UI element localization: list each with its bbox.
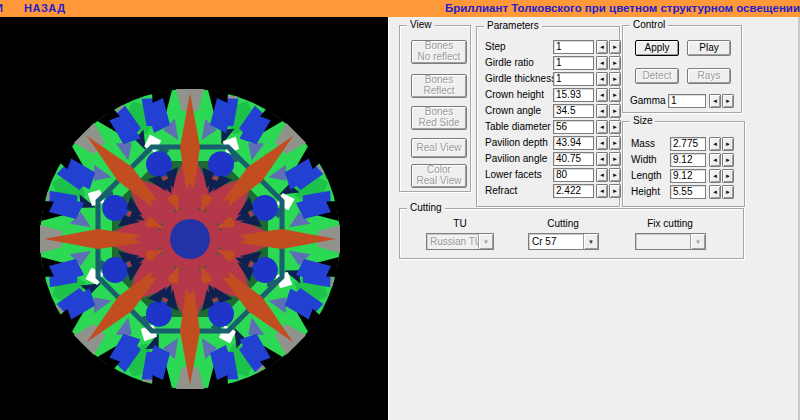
spin-right-button[interactable]: ►	[609, 104, 621, 118]
girdle-ratio-label: Girdle ratio	[485, 56, 534, 70]
diamond-render	[0, 17, 388, 420]
apply-button[interactable]: Apply	[635, 40, 679, 56]
mass-input[interactable]: 2.775	[670, 137, 706, 151]
step-input[interactable]: 1	[553, 40, 594, 54]
control-group: Control Apply Play Detect Rays Gamma 1 ◄…	[622, 25, 742, 113]
spin-left-button[interactable]: ◄	[709, 169, 721, 183]
bones-reflect-button[interactable]: Bones Reflect	[411, 74, 467, 98]
spin-left-button[interactable]: ◄	[709, 94, 721, 108]
diamond-figure	[39, 88, 341, 390]
title-bar: И НАЗАД Бриллиант Толковского при цветно…	[0, 0, 800, 17]
spin-right-button[interactable]: ►	[609, 152, 621, 166]
spin-right-button[interactable]: ►	[722, 169, 734, 183]
spin-right-button[interactable]: ►	[722, 94, 734, 108]
view-group: View Bones No reflect Bones Reflect Bone…	[399, 25, 471, 192]
mass-label: Mass	[631, 137, 655, 151]
gamma-label: Gamma	[630, 94, 666, 108]
control-panel: View Bones No reflect Bones Reflect Bone…	[388, 17, 800, 420]
spin-left-button[interactable]: ◄	[709, 153, 721, 167]
pavilion-angle-input[interactable]: 40.75	[553, 152, 594, 166]
parameters-group-label: Parameters	[484, 20, 542, 32]
girdle-thickness-input[interactable]: 1	[553, 72, 594, 86]
gamma-input[interactable]: 1	[668, 94, 706, 108]
tu-label: TU	[453, 218, 466, 229]
spin-right-button[interactable]: ►	[609, 72, 621, 86]
chevron-down-icon[interactable]: ▼	[583, 234, 598, 249]
length-input[interactable]: 9.12	[670, 169, 706, 183]
spin-left-button[interactable]: ◄	[596, 88, 608, 102]
back-button[interactable]: НАЗАД	[24, 2, 65, 14]
size-group-label: Size	[630, 115, 655, 127]
cutting-group-label: Cutting	[407, 202, 445, 214]
refract-input[interactable]: 2.422	[553, 184, 594, 198]
bones-no-reflect-button[interactable]: Bones No reflect	[411, 40, 467, 64]
fix-cutting-label: Fix cutting	[647, 218, 693, 229]
length-label: Length	[631, 169, 662, 183]
spin-left-button[interactable]: ◄	[596, 40, 608, 54]
spin-left-button[interactable]: ◄	[596, 184, 608, 198]
crown-height-label: Crown height	[485, 88, 544, 102]
spin-left-button[interactable]: ◄	[596, 104, 608, 118]
spin-right-button[interactable]: ►	[609, 40, 621, 54]
pavilion-depth-input[interactable]: 43.94	[553, 136, 594, 150]
lower-facets-input[interactable]: 80	[553, 168, 594, 182]
view-group-label: View	[407, 19, 435, 31]
pavilion-depth-label: Pavilion depth	[485, 136, 548, 150]
bones-red-side-button[interactable]: Bones Red Side	[411, 106, 467, 130]
height-input[interactable]: 5.55	[670, 185, 706, 199]
cutting-select[interactable]: Cr 57 ▼	[528, 233, 599, 250]
spin-right-button[interactable]: ►	[722, 185, 734, 199]
detect-button[interactable]: Detect	[635, 68, 679, 84]
crown-angle-label: Crown angle	[485, 104, 541, 118]
spin-left-button[interactable]: ◄	[596, 56, 608, 70]
control-group-label: Control	[630, 19, 668, 31]
width-input[interactable]: 9.12	[670, 153, 706, 167]
spin-right-button[interactable]: ►	[609, 136, 621, 150]
spin-right-button[interactable]: ►	[609, 184, 621, 198]
render-viewport[interactable]	[0, 17, 388, 420]
application-window: И НАЗАД Бриллиант Толковского при цветно…	[0, 0, 800, 420]
spin-left-button[interactable]: ◄	[596, 72, 608, 86]
parameters-group: Parameters Step 1 ◄ ► Girdle ratio 1 ◄ ►…	[476, 26, 620, 207]
rays-button[interactable]: Rays	[687, 68, 731, 84]
step-label: Step	[485, 40, 506, 54]
spin-left-button[interactable]: ◄	[709, 137, 721, 151]
clipped-label: И	[0, 2, 3, 14]
lower-facets-label: Lower facets	[485, 168, 542, 182]
size-group: Size Mass 2.775 ◄ ► Width 9.12 ◄ ► Lengt…	[622, 121, 745, 207]
window-title: Бриллиант Толковского при цветном структ…	[445, 2, 800, 14]
fix-cutting-select[interactable]: ▼	[635, 233, 706, 250]
chevron-down-icon[interactable]: ▼	[478, 234, 493, 249]
refract-label: Refract	[485, 184, 517, 198]
girdle-ratio-input[interactable]: 1	[553, 56, 594, 70]
spin-left-button[interactable]: ◄	[709, 185, 721, 199]
spin-right-button[interactable]: ►	[722, 153, 734, 167]
spin-right-button[interactable]: ►	[609, 88, 621, 102]
spin-left-button[interactable]: ◄	[596, 168, 608, 182]
pavilion-angle-label: Pavilion angle	[485, 152, 547, 166]
spin-left-button[interactable]: ◄	[596, 152, 608, 166]
crown-height-input[interactable]: 15.93	[553, 88, 594, 102]
spin-right-button[interactable]: ►	[609, 168, 621, 182]
crown-angle-input[interactable]: 34.5	[553, 104, 594, 118]
color-real-view-button[interactable]: Color Real View	[411, 164, 467, 188]
play-button[interactable]: Play	[687, 40, 731, 56]
spin-right-button[interactable]: ►	[609, 120, 621, 134]
table-diameter-input[interactable]: 56	[553, 120, 594, 134]
cutting-label: Cutting	[547, 218, 579, 229]
height-label: Height	[631, 185, 660, 199]
spin-left-button[interactable]: ◄	[596, 136, 608, 150]
real-view-button[interactable]: Real View	[411, 138, 467, 158]
tu-select[interactable]: Russian TU ▼	[426, 233, 494, 250]
spin-right-button[interactable]: ►	[609, 56, 621, 70]
width-label: Width	[631, 153, 657, 167]
chevron-down-icon[interactable]: ▼	[690, 234, 705, 249]
spin-right-button[interactable]: ►	[722, 137, 734, 151]
cutting-group: Cutting TU Russian TU ▼ Cutting Cr 57 ▼ …	[399, 208, 744, 259]
table-diameter-label: Table diameter	[485, 120, 551, 134]
girdle-thickness-label: Girdle thickness	[485, 72, 556, 86]
spin-left-button[interactable]: ◄	[596, 120, 608, 134]
